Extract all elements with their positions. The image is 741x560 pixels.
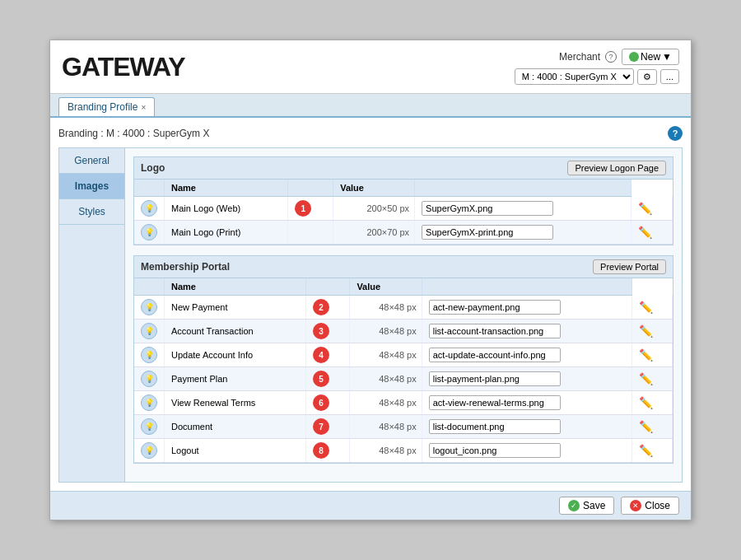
row-value-cell <box>422 367 631 391</box>
row-value-cell <box>422 415 631 439</box>
portal-table-row: 💡 View Renewal Terms 6 48×48 px ✏️ <box>134 391 673 415</box>
save-label: Save <box>583 500 605 511</box>
row-edit-cell: ✏️ <box>631 197 672 221</box>
row-name-cell: Payment Plan <box>165 367 306 391</box>
new-button[interactable]: New ▼ <box>622 49 679 65</box>
sidebar-item-general[interactable]: General <box>59 148 124 174</box>
sidebar-item-styles[interactable]: Styles <box>59 199 124 225</box>
sidebar: General Images Styles <box>59 148 125 482</box>
row-icon-cell: 💡 <box>134 221 165 245</box>
preview-logon-button[interactable]: Preview Logon Page <box>567 161 666 175</box>
portal-table-row: 💡 Logout 8 48×48 px ✏️ <box>134 439 673 463</box>
row-lightbulb-icon: 💡 <box>141 299 157 315</box>
portal-table: Name Value 💡 New Payment 2 48×48 px ✏️ 💡… <box>134 278 673 463</box>
tabbar: Branding Profile × <box>50 94 691 118</box>
row-edit-button[interactable]: ✏️ <box>639 396 653 409</box>
row-edit-button[interactable]: ✏️ <box>639 444 653 457</box>
close-icon: ✕ <box>630 500 641 511</box>
portal-col-edit <box>422 278 631 296</box>
row-icon-cell: 💡 <box>134 296 165 320</box>
row-size-cell: 48×48 px <box>350 415 422 439</box>
portal-section: Membership Portal Preview Portal Name Va… <box>133 255 673 464</box>
row-value-input[interactable] <box>429 371 561 386</box>
logo-col-name: Name <box>165 180 288 197</box>
logo-col-icon <box>134 180 165 197</box>
logo-col-value: Value <box>333 180 415 197</box>
row-badge: 5 <box>313 371 329 387</box>
row-edit-button[interactable]: ✏️ <box>639 420 653 433</box>
row-badge: 3 <box>313 323 329 339</box>
row-name-cell: Document <box>165 415 306 439</box>
row-value-input[interactable] <box>429 419 561 434</box>
row-value-input[interactable] <box>422 225 553 240</box>
save-icon: ✓ <box>568 500 580 511</box>
page-help-button[interactable]: ? <box>668 126 683 141</box>
merchant-select[interactable]: M : 4000 : SuperGym X <box>515 68 634 85</box>
content-area: Branding : M : 4000 : SuperGym X ? Gener… <box>50 118 691 491</box>
portal-col-icon <box>134 278 165 296</box>
row-value-input[interactable] <box>422 201 553 216</box>
more-icon-btn[interactable]: ... <box>660 69 679 84</box>
row-badge: 1 <box>295 200 311 217</box>
portal-col-name: Name <box>165 278 306 296</box>
row-badge-cell <box>288 221 333 245</box>
merchant-help-icon[interactable]: ? <box>605 51 617 63</box>
row-size-cell: 48×48 px <box>350 367 422 391</box>
row-value-cell <box>422 320 631 343</box>
row-value-input[interactable] <box>429 395 561 410</box>
row-badge-cell: 4 <box>306 343 350 367</box>
row-value-cell <box>415 197 631 221</box>
settings-icon-btn[interactable]: ⚙ <box>637 69 657 85</box>
logo-table-row: 💡 Main Logo (Web) 1 200×50 px ✏️ <box>134 197 673 221</box>
preview-portal-button[interactable]: Preview Portal <box>593 259 666 274</box>
row-edit-button[interactable]: ✏️ <box>639 348 653 362</box>
row-edit-button[interactable]: ✏️ <box>639 372 653 385</box>
row-name-cell: View Renewal Terms <box>165 391 306 415</box>
portal-table-row: 💡 New Payment 2 48×48 px ✏️ <box>134 296 673 320</box>
row-size-cell: 48×48 px <box>350 439 422 463</box>
row-value-cell <box>422 343 631 367</box>
row-lightbulb-icon: 💡 <box>141 323 157 339</box>
row-badge: 8 <box>313 442 329 459</box>
row-value-input[interactable] <box>429 348 561 362</box>
row-badge-cell: 1 <box>288 197 333 221</box>
logo-section-title: Logo <box>141 162 165 174</box>
row-badge-cell: 3 <box>306 320 350 343</box>
logo-section: Logo Preview Logon Page Name Value <box>133 156 673 245</box>
row-edit-cell: ✏️ <box>631 221 672 245</box>
row-lightbulb-icon: 💡 <box>141 442 157 459</box>
portal-table-row: 💡 Account Transaction 3 48×48 px ✏️ <box>134 320 673 343</box>
logo-table: Name Value 💡 Main Logo (Web) 1 200×50 px… <box>134 180 673 245</box>
tab-branding-profile[interactable]: Branding Profile × <box>58 97 155 116</box>
row-edit-button[interactable]: ✏️ <box>639 324 653 338</box>
row-icon-cell: 💡 <box>134 367 165 391</box>
row-size-cell: 48×48 px <box>350 391 422 415</box>
row-edit-button[interactable]: ✏️ <box>638 202 652 215</box>
row-badge-cell: 2 <box>306 296 350 320</box>
portal-section-title: Membership Portal <box>141 261 230 273</box>
row-edit-button[interactable]: ✏️ <box>639 301 653 314</box>
row-name-cell: Main Logo (Web) <box>165 197 288 221</box>
row-value-cell <box>422 296 631 320</box>
row-size-cell: 48×48 px <box>350 343 422 367</box>
row-size-cell: 48×48 px <box>350 296 422 320</box>
tab-close-icon[interactable]: × <box>141 103 146 112</box>
row-name-cell: Main Logo (Print) <box>165 221 288 245</box>
row-value-input[interactable] <box>429 324 561 338</box>
row-edit-cell: ✏️ <box>631 343 672 367</box>
row-name-cell: Account Transaction <box>165 320 306 343</box>
row-value-input[interactable] <box>429 300 561 315</box>
row-value-cell <box>422 391 631 415</box>
logo: GATEWAY <box>62 52 184 82</box>
footer: ✓ Save ✕ Close <box>50 491 691 520</box>
row-badge: 6 <box>313 394 329 411</box>
save-button[interactable]: ✓ Save <box>559 497 614 515</box>
row-edit-button[interactable]: ✏️ <box>638 226 652 239</box>
main-layout: General Images Styles Logo Preview Logon… <box>58 147 683 483</box>
portal-col-size <box>306 278 350 296</box>
row-edit-cell: ✏️ <box>631 367 672 391</box>
sidebar-item-images[interactable]: Images <box>59 174 124 199</box>
tab-label: Branding Profile <box>68 101 137 113</box>
row-value-input[interactable] <box>429 443 561 458</box>
close-button[interactable]: ✕ Close <box>621 497 679 515</box>
